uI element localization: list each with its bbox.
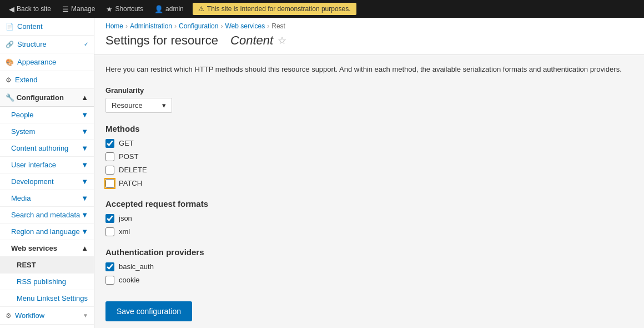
admin-label: admin (165, 5, 184, 13)
sidebar-item-rest[interactable]: REST (0, 257, 94, 274)
title-prefix: Settings for resource (105, 33, 218, 48)
json-label[interactable]: json (119, 214, 132, 222)
sidebar-item-extend[interactable]: ⚙ Extend (0, 71, 94, 89)
sidebar-item-appearance[interactable]: 🎨 Appearance (0, 53, 94, 71)
method-delete: DELETE (105, 166, 633, 175)
method-get: GET (105, 139, 633, 148)
sidebar-item-content[interactable]: 📄 Content (0, 18, 94, 36)
patch-checkbox[interactable] (105, 179, 114, 188)
sidebar-item-media[interactable]: Media ▼ (0, 190, 94, 207)
admin-button[interactable]: 👤 admin (150, 3, 188, 16)
shortcuts-button[interactable]: ★ Shortcuts (102, 3, 148, 16)
accepted-formats-section: Accepted request formats json xml (105, 199, 633, 236)
sidebar-item-label: Content (17, 22, 43, 31)
method-patch: PATCH (105, 179, 633, 188)
get-label[interactable]: GET (119, 139, 134, 147)
user-icon: 👤 (154, 5, 163, 13)
sidebar-item-people[interactable]: People ▼ (0, 107, 94, 123)
sidebar: 📄 Content 🔗 Structure ✓ 🎨 Appearance ⚙ E… (0, 18, 94, 328)
label: Media (11, 194, 31, 202)
chevron-up-icon: ▲ (81, 244, 88, 252)
sidebar-item-label: Extend (15, 76, 37, 84)
config-icon: 🔧 (6, 93, 14, 102)
patch-label[interactable]: PATCH (119, 179, 142, 187)
sidebar-item-rss-publishing[interactable]: RSS publishing (0, 274, 94, 290)
auth-basic: basic_auth (105, 262, 633, 271)
label: People (11, 111, 33, 119)
page-title: Settings for resource Content ☆ (105, 33, 633, 48)
chevron-right-icon: ▼ (81, 211, 88, 219)
sidebar-item-structure[interactable]: 🔗 Structure ✓ (0, 36, 94, 53)
chevron-right-icon: ▼ (81, 177, 88, 186)
auth-providers-section: Authentication providers basic_auth cook… (105, 247, 633, 285)
accepted-formats-title: Accepted request formats (105, 199, 633, 208)
breadcrumb-home[interactable]: Home (105, 22, 123, 30)
manage-button[interactable]: ☰ Manage (58, 3, 99, 16)
label: REST (17, 261, 36, 269)
sidebar-item-configuration[interactable]: 🔧 Configuration ▲ (0, 89, 94, 107)
sidebar-item-label: Workflow (15, 311, 44, 320)
sidebar-item-menu-linkset[interactable]: Menu Linkset Settings (0, 290, 94, 307)
chevron-right-icon: ▼ (81, 194, 88, 202)
content-icon: 📄 (6, 23, 14, 31)
sidebar-item-label: Appearance (17, 58, 56, 66)
sidebar-item-label: Structure (17, 40, 47, 48)
star-icon: ★ (106, 5, 113, 13)
breadcrumb-rest: Rest (271, 22, 285, 30)
breadcrumb-webservices[interactable]: Web services (225, 22, 265, 30)
breadcrumb-config[interactable]: Configuration (179, 22, 218, 30)
xml-label[interactable]: xml (119, 227, 130, 236)
extend-icon: ⚙ (6, 76, 12, 84)
cookie-checkbox[interactable] (105, 276, 114, 285)
cookie-label[interactable]: cookie (119, 276, 140, 284)
delete-checkbox[interactable] (105, 166, 114, 175)
breadcrumb-bar: Home › Administration › Configuration › … (94, 18, 644, 55)
auth-providers-title: Authentication providers (105, 247, 633, 257)
save-button[interactable]: Save configuration (105, 301, 192, 321)
basic-auth-label[interactable]: basic_auth (119, 262, 154, 271)
sidebar-item-user-interface[interactable]: User interface ▼ (0, 157, 94, 173)
label: RSS publishing (17, 277, 66, 286)
chevron-right-icon: ▼ (81, 111, 88, 119)
warning-text: This site is intended for demonstration … (207, 5, 351, 13)
breadcrumb-sep: › (125, 22, 128, 30)
format-xml: xml (105, 227, 633, 236)
chevron-up-icon: ▲ (81, 93, 88, 102)
xml-checkbox[interactable] (105, 227, 114, 236)
chevron-right-icon: ▼ (81, 227, 88, 236)
chevron-icon: ✓ (84, 41, 88, 47)
sidebar-item-development[interactable]: Development ▼ (0, 173, 94, 190)
back-to-site-button[interactable]: ◀ Back to site (4, 3, 56, 16)
delete-label[interactable]: DELETE (119, 166, 147, 174)
breadcrumb-admin[interactable]: Administration (130, 22, 172, 30)
post-label[interactable]: POST (119, 152, 138, 161)
chevron-right-icon: ▼ (81, 144, 88, 152)
warning-banner: ⚠ This site is intended for demonstratio… (193, 3, 356, 15)
label: Region and language (11, 227, 80, 236)
back-label: Back to site (17, 5, 51, 13)
json-checkbox[interactable] (105, 214, 114, 223)
sidebar-item-content-authoring[interactable]: Content authoring ▼ (0, 140, 94, 157)
basic-auth-checkbox[interactable] (105, 262, 114, 271)
sidebar-item-label: Configuration (17, 93, 64, 102)
label: Content authoring (11, 144, 68, 152)
menu-icon: ☰ (62, 5, 69, 13)
topbar: ◀ Back to site ☰ Manage ★ Shortcuts 👤 ad… (0, 0, 644, 18)
favorite-star[interactable]: ☆ (278, 34, 286, 47)
methods-section: Methods GET POST DELETE PATCH (105, 124, 633, 188)
get-checkbox[interactable] (105, 139, 114, 148)
post-checkbox[interactable] (105, 152, 114, 161)
chevron-right-icon: ▼ (81, 127, 88, 136)
sidebar-item-workflow[interactable]: ⚙ Workflow ▼ (0, 307, 94, 325)
label: User interface (11, 161, 56, 169)
sidebar-item-search-metadata[interactable]: Search and metadata ▼ (0, 207, 94, 223)
auth-cookie: cookie (105, 276, 633, 285)
content-area: Here you can restrict which HTTP methods… (94, 55, 644, 328)
appearance-icon: 🎨 (6, 58, 14, 66)
sidebar-item-system[interactable]: System ▼ (0, 123, 94, 140)
sidebar-item-region-language[interactable]: Region and language ▼ (0, 223, 94, 240)
chevron-right-icon: ▼ (81, 161, 88, 169)
granularity-dropdown[interactable]: Resource ▾ (105, 98, 172, 113)
sidebar-item-web-services[interactable]: Web services ▲ (0, 240, 94, 257)
label: Menu Linkset Settings (17, 294, 88, 302)
